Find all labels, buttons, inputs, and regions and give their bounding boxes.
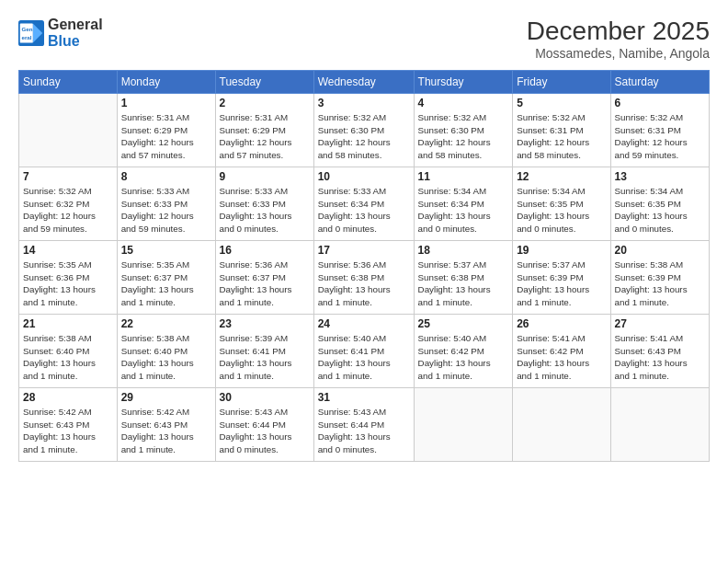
day-number: 7 — [23, 170, 113, 183]
day-number: 16 — [220, 244, 310, 257]
day-number: 21 — [23, 317, 113, 330]
day-number: 30 — [220, 391, 310, 404]
day-info: Sunrise: 5:34 AM Sunset: 6:35 PM Dayligh… — [517, 185, 606, 236]
day-number: 10 — [318, 170, 410, 183]
table-row: 8Sunrise: 5:33 AM Sunset: 6:33 PM Daylig… — [117, 167, 215, 241]
day-number: 6 — [615, 97, 705, 109]
day-info: Sunrise: 5:33 AM Sunset: 6:33 PM Dayligh… — [121, 185, 211, 236]
day-info: Sunrise: 5:33 AM Sunset: 6:34 PM Dayligh… — [318, 185, 410, 236]
day-info: Sunrise: 5:34 AM Sunset: 6:35 PM Dayligh… — [615, 185, 705, 236]
table-row: 3Sunrise: 5:32 AM Sunset: 6:30 PM Daylig… — [313, 94, 414, 167]
logo-line1: General — [48, 17, 103, 33]
day-info: Sunrise: 5:31 AM Sunset: 6:29 PM Dayligh… — [121, 111, 211, 162]
day-number: 18 — [418, 244, 509, 257]
col-sunday: Sunday — [19, 71, 118, 94]
calendar-table: Sunday Monday Tuesday Wednesday Thursday… — [18, 70, 710, 462]
table-row: 12Sunrise: 5:34 AM Sunset: 6:35 PM Dayli… — [513, 167, 610, 241]
day-info: Sunrise: 5:31 AM Sunset: 6:29 PM Dayligh… — [220, 111, 310, 162]
day-number: 23 — [220, 317, 310, 330]
table-row: 20Sunrise: 5:38 AM Sunset: 6:39 PM Dayli… — [610, 241, 709, 315]
table-row: 24Sunrise: 5:40 AM Sunset: 6:41 PM Dayli… — [313, 315, 414, 388]
svg-text:eral: eral — [22, 34, 32, 40]
day-info: Sunrise: 5:36 AM Sunset: 6:37 PM Dayligh… — [220, 259, 310, 309]
day-info: Sunrise: 5:39 AM Sunset: 6:41 PM Dayligh… — [220, 332, 310, 383]
day-info: Sunrise: 5:36 AM Sunset: 6:38 PM Dayligh… — [318, 259, 410, 309]
col-monday: Monday — [117, 71, 215, 94]
day-number: 9 — [220, 170, 310, 183]
day-number: 8 — [121, 170, 211, 183]
day-info: Sunrise: 5:35 AM Sunset: 6:37 PM Dayligh… — [121, 259, 211, 309]
calendar-week-row: 14Sunrise: 5:35 AM Sunset: 6:36 PM Dayli… — [19, 241, 710, 315]
day-number: 3 — [318, 97, 410, 109]
table-row: 29Sunrise: 5:42 AM Sunset: 6:43 PM Dayli… — [117, 388, 215, 462]
day-number: 1 — [121, 97, 211, 109]
day-number: 2 — [220, 97, 310, 109]
table-row: 19Sunrise: 5:37 AM Sunset: 6:39 PM Dayli… — [513, 241, 610, 315]
day-number: 22 — [121, 317, 211, 330]
day-info: Sunrise: 5:33 AM Sunset: 6:33 PM Dayligh… — [220, 185, 310, 236]
table-row: 13Sunrise: 5:34 AM Sunset: 6:35 PM Dayli… — [610, 167, 709, 241]
table-row: 25Sunrise: 5:40 AM Sunset: 6:42 PM Dayli… — [414, 315, 513, 388]
day-number: 12 — [517, 170, 606, 183]
day-number: 17 — [318, 244, 410, 257]
col-tuesday: Tuesday — [215, 71, 313, 94]
table-row — [19, 94, 118, 167]
table-row: 22Sunrise: 5:38 AM Sunset: 6:40 PM Dayli… — [117, 315, 215, 388]
table-row: 2Sunrise: 5:31 AM Sunset: 6:29 PM Daylig… — [215, 94, 313, 167]
table-row — [610, 388, 709, 462]
table-row: 15Sunrise: 5:35 AM Sunset: 6:37 PM Dayli… — [117, 241, 215, 315]
col-friday: Friday — [513, 71, 610, 94]
day-info: Sunrise: 5:38 AM Sunset: 6:39 PM Dayligh… — [615, 259, 705, 309]
col-thursday: Thursday — [414, 71, 513, 94]
logo: Gen eral General Blue — [18, 17, 103, 51]
page: Gen eral General Blue December 2025 Moss… — [0, 0, 728, 563]
day-number: 15 — [121, 244, 211, 257]
day-info: Sunrise: 5:42 AM Sunset: 6:43 PM Dayligh… — [121, 406, 211, 456]
day-number: 31 — [318, 391, 410, 404]
day-info: Sunrise: 5:42 AM Sunset: 6:43 PM Dayligh… — [23, 406, 113, 456]
table-row: 28Sunrise: 5:42 AM Sunset: 6:43 PM Dayli… — [19, 388, 118, 462]
table-row: 26Sunrise: 5:41 AM Sunset: 6:42 PM Dayli… — [513, 315, 610, 388]
day-info: Sunrise: 5:32 AM Sunset: 6:30 PM Dayligh… — [418, 111, 509, 162]
day-info: Sunrise: 5:35 AM Sunset: 6:36 PM Dayligh… — [23, 259, 113, 309]
title-block: December 2025 Mossamedes, Namibe, Angola — [527, 17, 710, 61]
svg-text:Gen: Gen — [22, 27, 33, 33]
table-row — [414, 388, 513, 462]
calendar-header-row: Sunday Monday Tuesday Wednesday Thursday… — [19, 71, 710, 94]
day-number: 11 — [418, 170, 509, 183]
day-number: 27 — [615, 317, 705, 330]
table-row: 4Sunrise: 5:32 AM Sunset: 6:30 PM Daylig… — [414, 94, 513, 167]
calendar-week-row: 21Sunrise: 5:38 AM Sunset: 6:40 PM Dayli… — [19, 315, 710, 388]
day-info: Sunrise: 5:41 AM Sunset: 6:42 PM Dayligh… — [517, 332, 606, 383]
day-info: Sunrise: 5:32 AM Sunset: 6:30 PM Dayligh… — [318, 111, 410, 162]
calendar-week-row: 7Sunrise: 5:32 AM Sunset: 6:32 PM Daylig… — [19, 167, 710, 241]
day-info: Sunrise: 5:43 AM Sunset: 6:44 PM Dayligh… — [220, 406, 310, 456]
day-info: Sunrise: 5:37 AM Sunset: 6:38 PM Dayligh… — [418, 259, 509, 309]
table-row: 11Sunrise: 5:34 AM Sunset: 6:34 PM Dayli… — [414, 167, 513, 241]
table-row: 7Sunrise: 5:32 AM Sunset: 6:32 PM Daylig… — [19, 167, 118, 241]
table-row: 14Sunrise: 5:35 AM Sunset: 6:36 PM Dayli… — [19, 241, 118, 315]
day-number: 25 — [418, 317, 509, 330]
day-number: 5 — [517, 97, 606, 109]
calendar-week-row: 1Sunrise: 5:31 AM Sunset: 6:29 PM Daylig… — [19, 94, 710, 167]
day-info: Sunrise: 5:40 AM Sunset: 6:41 PM Dayligh… — [318, 332, 410, 383]
table-row: 5Sunrise: 5:32 AM Sunset: 6:31 PM Daylig… — [513, 94, 610, 167]
table-row: 23Sunrise: 5:39 AM Sunset: 6:41 PM Dayli… — [215, 315, 313, 388]
day-info: Sunrise: 5:40 AM Sunset: 6:42 PM Dayligh… — [418, 332, 509, 383]
table-row: 31Sunrise: 5:43 AM Sunset: 6:44 PM Dayli… — [313, 388, 414, 462]
day-number: 14 — [23, 244, 113, 257]
location: Mossamedes, Namibe, Angola — [527, 46, 710, 61]
table-row: 6Sunrise: 5:32 AM Sunset: 6:31 PM Daylig… — [610, 94, 709, 167]
day-number: 24 — [318, 317, 410, 330]
day-number: 4 — [418, 97, 509, 109]
col-wednesday: Wednesday — [313, 71, 414, 94]
day-number: 19 — [517, 244, 606, 257]
table-row: 16Sunrise: 5:36 AM Sunset: 6:37 PM Dayli… — [215, 241, 313, 315]
table-row: 1Sunrise: 5:31 AM Sunset: 6:29 PM Daylig… — [117, 94, 215, 167]
table-row: 17Sunrise: 5:36 AM Sunset: 6:38 PM Dayli… — [313, 241, 414, 315]
day-info: Sunrise: 5:32 AM Sunset: 6:31 PM Dayligh… — [517, 111, 606, 162]
day-number: 13 — [615, 170, 705, 183]
table-row: 30Sunrise: 5:43 AM Sunset: 6:44 PM Dayli… — [215, 388, 313, 462]
table-row — [513, 388, 610, 462]
day-number: 29 — [121, 391, 211, 404]
